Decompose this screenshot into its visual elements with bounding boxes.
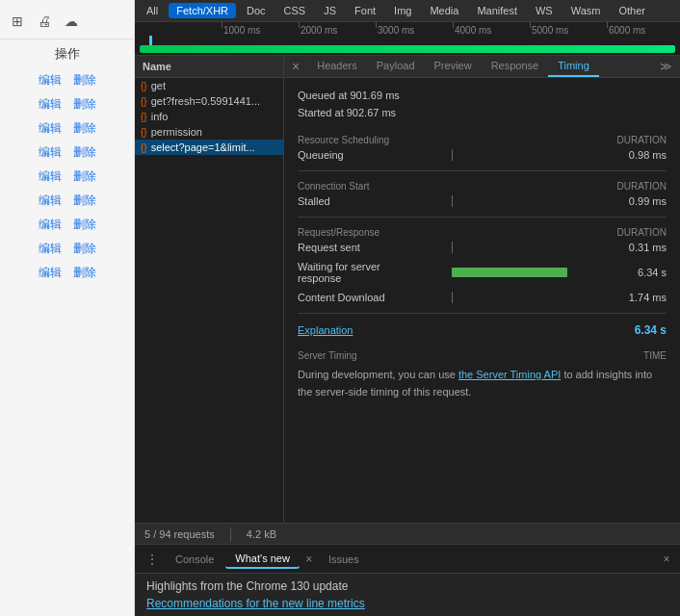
timeline-ruler: 1000 ms2000 ms3000 ms4000 ms5000 ms6000 …	[135, 22, 680, 38]
filter-btn-all[interactable]: All	[139, 3, 166, 18]
queueing-row: Queueing 0.98 ms	[298, 149, 667, 161]
explanation-value: 6.34 s	[635, 323, 667, 337]
timeline-activity-bar	[140, 45, 675, 53]
sidebar-row-7: 编辑删除	[0, 237, 134, 261]
stalled-label: Stalled	[298, 195, 452, 207]
request-item-0[interactable]: {}get	[135, 78, 283, 93]
edit-link-0[interactable]: 编辑	[39, 72, 62, 89]
request-icon-0: {}	[141, 81, 147, 91]
request-sent-value: 0.31 ms	[629, 242, 667, 253]
server-timing-api-link[interactable]: the Server Timing API	[458, 369, 561, 380]
request-item-4[interactable]: {}select?page=1&limit...	[135, 140, 283, 155]
console-tab-what's-new[interactable]: What's new	[225, 550, 300, 569]
tab-timing[interactable]: Timing	[548, 56, 599, 77]
request-item-1[interactable]: {}get?fresh=0.5991441...	[135, 93, 283, 109]
stalled-row: Stalled 0.99 ms	[298, 195, 667, 207]
more-tabs-button[interactable]: ≫	[652, 56, 680, 77]
print-icon[interactable]: 🖨	[35, 12, 54, 31]
highlights-link[interactable]: Recommendations for the new line metrics	[146, 597, 668, 610]
request-response-title: Request/Response	[298, 227, 379, 238]
sidebar-row-3: 编辑删除	[0, 141, 134, 165]
name-column-header: Name	[135, 57, 284, 76]
ruler-tick-3: 4000 ms	[453, 22, 491, 38]
filter-btn-ws[interactable]: WS	[528, 3, 561, 18]
edit-link-6[interactable]: 编辑	[39, 217, 62, 233]
filter-btn-manifest[interactable]: Manifest	[469, 3, 525, 18]
waiting-bar	[452, 268, 638, 277]
request-response-duration-label: DURATION	[617, 227, 667, 238]
filter-btn-font[interactable]: Font	[347, 3, 383, 18]
filter-btn-js[interactable]: JS	[316, 3, 344, 18]
close-whats-new-button[interactable]: ×	[301, 552, 317, 567]
stalled-bar	[452, 195, 629, 207]
delete-link-6[interactable]: 删除	[73, 217, 96, 233]
started-at: Started at 902.67 ms	[298, 105, 667, 122]
edit-link-7[interactable]: 编辑	[39, 241, 62, 257]
delete-link-2[interactable]: 删除	[73, 120, 96, 137]
resource-scheduling-title: Resource Scheduling	[298, 135, 389, 145]
close-panel-button[interactable]: ×	[284, 57, 307, 76]
sidebar-row-4: 编辑删除	[0, 165, 134, 189]
delete-link-4[interactable]: 删除	[73, 168, 96, 185]
tab-payload[interactable]: Payload	[367, 56, 425, 77]
content-area: {}get{}get?fresh=0.5991441...{}info{}per…	[135, 78, 680, 523]
resource-scheduling-header: Resource Scheduling DURATION	[298, 135, 667, 145]
console-tab-issues[interactable]: Issues	[319, 551, 369, 568]
delete-link-1[interactable]: 删除	[73, 96, 96, 113]
request-name-4: select?page=1&limit...	[151, 141, 255, 153]
console-menu-icon[interactable]: ⋮	[141, 549, 164, 570]
console-bar: ⋮ ConsoleWhat's new×Issues ×	[135, 544, 680, 573]
divider-3	[298, 313, 667, 314]
delete-link-7[interactable]: 删除	[73, 241, 96, 257]
filter-btn-img[interactable]: Img	[386, 3, 419, 18]
waiting-green-bar	[452, 268, 567, 277]
close-console-button[interactable]: ×	[659, 552, 674, 567]
request-name-2: info	[151, 111, 169, 122]
connection-start-title: Connection Start	[298, 181, 370, 192]
tab-headers[interactable]: Headers	[307, 56, 367, 77]
edit-link-5[interactable]: 编辑	[39, 192, 62, 209]
delete-link-5[interactable]: 删除	[73, 192, 96, 209]
request-item-3[interactable]: {}permission	[135, 124, 283, 140]
filter-btn-wasm[interactable]: Wasm	[563, 3, 609, 18]
grid-icon[interactable]: ⊞	[8, 12, 27, 31]
edit-link-2[interactable]: 编辑	[39, 120, 62, 137]
request-icon-3: {}	[141, 127, 147, 138]
request-icon-1: {}	[141, 96, 147, 107]
console-tab-console[interactable]: Console	[166, 551, 223, 568]
ruler-tick-1: 2000 ms	[299, 22, 337, 38]
waiting-row: Waiting for server response 6.34 s	[298, 261, 667, 284]
status-bar: 5 / 94 requests 4.2 kB	[135, 523, 680, 544]
edit-link-3[interactable]: 编辑	[39, 144, 62, 161]
delete-link-3[interactable]: 删除	[73, 144, 96, 161]
network-panel: Name × HeadersPayloadPreviewResponseTimi…	[135, 56, 680, 544]
cloud-icon[interactable]: ☁	[62, 12, 81, 31]
server-timing-section: Server Timing TIME During development, y…	[298, 350, 667, 400]
explanation-row: Explanation 6.34 s	[298, 323, 667, 337]
content-download-row: Content Download 1.74 ms	[298, 292, 667, 303]
tab-preview[interactable]: Preview	[425, 56, 482, 77]
request-sent-line	[452, 242, 453, 253]
delete-link-8[interactable]: 删除	[73, 265, 96, 281]
request-item-2[interactable]: {}info	[135, 109, 283, 124]
edit-link-4[interactable]: 编辑	[39, 168, 62, 185]
connection-start-header: Connection Start DURATION	[298, 181, 667, 192]
filter-btn-other[interactable]: Other	[611, 3, 653, 18]
timing-tabs: × HeadersPayloadPreviewResponseTiming ≫	[284, 56, 680, 77]
edit-link-8[interactable]: 编辑	[39, 265, 62, 281]
filter-btn-doc[interactable]: Doc	[239, 3, 274, 18]
ruler-tick-5: 6000 ms	[607, 22, 645, 38]
tab-response[interactable]: Response	[482, 56, 549, 77]
delete-link-0[interactable]: 删除	[73, 72, 96, 89]
server-timing-description: During development, you can use the Serv…	[298, 367, 667, 400]
request-count: 5 / 94 requests	[144, 528, 215, 540]
edit-link-1[interactable]: 编辑	[39, 96, 62, 113]
explanation-link[interactable]: Explanation	[298, 324, 353, 336]
request-name-0: get	[151, 80, 166, 91]
filter-btn-css[interactable]: CSS	[276, 3, 314, 18]
filter-btn-media[interactable]: Media	[422, 3, 466, 18]
content-download-line	[452, 292, 453, 303]
filter-btn-fetchxhr[interactable]: Fetch/XHR	[169, 3, 236, 18]
queueing-label: Queueing	[298, 149, 452, 161]
panel-header: Name × HeadersPayloadPreviewResponseTimi…	[135, 56, 680, 78]
